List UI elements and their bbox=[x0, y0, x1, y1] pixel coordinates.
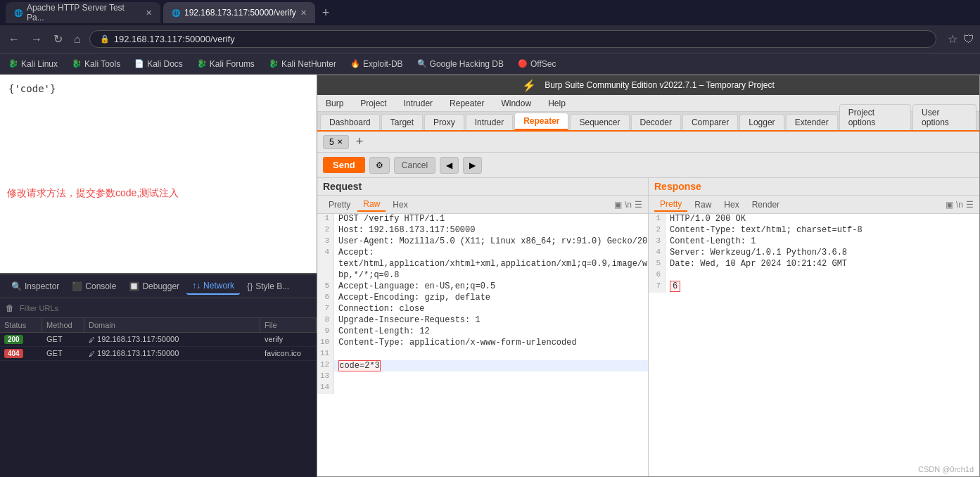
bookmark-star-icon[interactable]: ☆ bbox=[948, 32, 957, 46]
new-tab-button[interactable]: + bbox=[318, 6, 334, 20]
menu-repeater[interactable]: Repeater bbox=[447, 97, 487, 110]
kali-forums-icon: 🐉 bbox=[197, 59, 207, 68]
tab-target[interactable]: Target bbox=[381, 114, 423, 130]
request-line-14: 14 bbox=[317, 383, 648, 394]
devtools-toolbar: 🔍 Inspector ⬛ Console 🔲 Debugger ↑↓ Netw… bbox=[0, 274, 317, 298]
repeater-tab-5[interactable]: 5 ✕ bbox=[323, 135, 349, 149]
response-value-highlight: 6 bbox=[670, 281, 680, 292]
repeater-tab-5-close[interactable]: ✕ bbox=[337, 138, 343, 146]
browser-chrome: 🌐 Apache HTTP Server Test Pa... ✕ 🌐 192.… bbox=[0, 0, 980, 75]
request-menu-icon[interactable]: ☰ bbox=[635, 200, 642, 210]
devtools-tab-inspector[interactable]: 🔍 Inspector bbox=[6, 279, 65, 294]
settings-button[interactable]: ⚙ bbox=[369, 157, 390, 174]
request-wrap-icon[interactable]: ▣ bbox=[614, 200, 622, 210]
tab-sequencer[interactable]: Sequencer bbox=[570, 114, 629, 130]
debugger-label: Debugger bbox=[142, 281, 179, 291]
request-tab-raw[interactable]: Raw bbox=[357, 198, 386, 212]
kali-tools-icon: 🐉 bbox=[72, 59, 82, 68]
request-newline-icon[interactable]: \n bbox=[625, 200, 632, 210]
bookmark-google-hacking[interactable]: 🔍 Google Hacking DB bbox=[414, 58, 507, 70]
request-content[interactable]: 1 POST /verify HTTP/1.1 2 Host: 192.168.… bbox=[317, 214, 648, 476]
back-button[interactable]: ← bbox=[6, 30, 23, 49]
response-line-2: 2 Content-Type: text/html; charset=utf-8 bbox=[649, 225, 979, 236]
tab-repeater[interactable]: Repeater bbox=[514, 113, 568, 130]
bookmark-offsec[interactable]: 🔴 OffSec bbox=[515, 58, 559, 70]
bookmark-kali-forums[interactable]: 🐉 Kali Forums bbox=[194, 58, 257, 70]
row2-file: favicon.ico bbox=[260, 347, 317, 360]
next-arrow-button[interactable]: ▶ bbox=[463, 157, 482, 174]
request-tab-hex[interactable]: Hex bbox=[387, 198, 413, 211]
tab-intruder[interactable]: Intruder bbox=[466, 114, 513, 130]
response-tab-raw[interactable]: Raw bbox=[689, 198, 717, 211]
bookmark-kali-tools[interactable]: 🐉 Kali Tools bbox=[69, 58, 123, 70]
tab-proxy[interactable]: Proxy bbox=[424, 114, 464, 130]
bookmark-exploit-db[interactable]: 🔥 Exploit-DB bbox=[348, 58, 406, 70]
status-404-badge: 404 bbox=[4, 349, 23, 358]
forward-button[interactable]: → bbox=[28, 30, 45, 49]
send-button[interactable]: Send bbox=[323, 157, 365, 173]
tab-logger[interactable]: Logger bbox=[739, 114, 784, 130]
console-icon: ⬛ bbox=[72, 281, 82, 291]
browser-tab-2[interactable]: 🌐 192.168.173.117:50000/verify ✕ bbox=[163, 2, 315, 23]
refresh-button[interactable]: ↻ bbox=[51, 30, 65, 49]
response-line-7: 7 6 bbox=[649, 281, 979, 293]
google-hacking-icon: 🔍 bbox=[417, 59, 427, 68]
devtools-tab-style[interactable]: {} Style B... bbox=[241, 279, 295, 294]
bookmark-kali-docs[interactable]: 📄 Kali Docs bbox=[132, 58, 186, 70]
tab-comparer[interactable]: Comparer bbox=[682, 114, 738, 130]
tab-decoder[interactable]: Decoder bbox=[631, 114, 681, 130]
request-tab-pretty[interactable]: Pretty bbox=[323, 198, 356, 211]
code-value-highlight: code=2*3 bbox=[338, 360, 381, 371]
response-tab-pretty[interactable]: Pretty bbox=[654, 198, 687, 212]
extension-icon[interactable]: 🛡 bbox=[963, 33, 974, 46]
response-line-4: 4 Server: Werkzeug/1.0.1 Python/3.6.8 bbox=[649, 248, 979, 259]
tab-user-options[interactable]: User options bbox=[912, 104, 976, 130]
burp-main-tabs: Dashboard Target Proxy Intruder Repeater… bbox=[317, 112, 979, 132]
browser-tab-1[interactable]: 🌐 Apache HTTP Server Test Pa... ✕ bbox=[6, 2, 160, 23]
address-bar[interactable]: 🔒 192.168.173.117:50000/verify bbox=[89, 30, 936, 48]
filter-urls-input[interactable] bbox=[20, 304, 311, 312]
request-panel-tabs: Pretty Raw Hex ▣ \n ☰ bbox=[317, 196, 648, 214]
security-icon: 🔒 bbox=[100, 34, 110, 44]
tab-2-title: 192.168.173.117:50000/verify bbox=[184, 8, 296, 18]
response-wrap-icon[interactable]: ▣ bbox=[946, 200, 953, 210]
devtools-tab-console[interactable]: ⬛ Console bbox=[66, 279, 122, 294]
home-button[interactable]: ⌂ bbox=[71, 30, 84, 49]
menu-window[interactable]: Window bbox=[498, 97, 534, 110]
burp-logo-icon: ⚡ bbox=[522, 79, 536, 92]
prev-arrow-button[interactable]: ◀ bbox=[440, 157, 459, 174]
response-tab-hex[interactable]: Hex bbox=[718, 198, 744, 211]
menu-burp[interactable]: Burp bbox=[323, 97, 346, 110]
bookmark-kali-linux[interactable]: 🐉 Kali Linux bbox=[6, 58, 61, 70]
address-text: 192.168.173.117:50000/verify bbox=[114, 34, 235, 44]
col-method: Method bbox=[42, 318, 84, 332]
request-line-11: 11 bbox=[317, 349, 648, 360]
request-panel: Request Pretty Raw Hex ▣ \n ☰ 1 POST /ve… bbox=[317, 178, 649, 476]
menu-intruder[interactable]: Intruder bbox=[401, 97, 435, 110]
devtools-panel: 🔍 Inspector ⬛ Console 🔲 Debugger ↑↓ Netw… bbox=[0, 273, 317, 477]
response-newline-icon[interactable]: \n bbox=[956, 200, 963, 210]
tab-dashboard[interactable]: Dashboard bbox=[320, 114, 380, 130]
bookmark-kali-nethunter-label: Kali NetHunter bbox=[281, 59, 336, 69]
table-row[interactable]: 404 GET 🖊 192.168.173.117:50000 favicon.… bbox=[0, 347, 317, 361]
kali-nethunter-icon: 🐉 bbox=[269, 59, 279, 68]
tab-project-options[interactable]: Project options bbox=[839, 104, 911, 130]
row1-file: verify bbox=[260, 333, 317, 346]
cancel-button[interactable]: Cancel bbox=[394, 157, 435, 174]
menu-project[interactable]: Project bbox=[357, 97, 389, 110]
response-menu-icon[interactable]: ☰ bbox=[966, 200, 974, 210]
menu-help[interactable]: Help bbox=[545, 97, 568, 110]
trash-icon[interactable]: 🗑 bbox=[6, 303, 14, 313]
row2-status: 404 bbox=[0, 347, 42, 360]
tab-extender[interactable]: Extender bbox=[786, 114, 838, 130]
style-icon: {} bbox=[247, 281, 253, 291]
devtools-tab-debugger[interactable]: 🔲 Debugger bbox=[123, 279, 185, 294]
tab-1-close[interactable]: ✕ bbox=[146, 8, 152, 18]
tab-2-close[interactable]: ✕ bbox=[300, 8, 307, 18]
table-row[interactable]: 200 GET 🖊 192.168.173.117:50000 verify bbox=[0, 333, 317, 347]
devtools-tab-network[interactable]: ↑↓ Network bbox=[186, 278, 240, 295]
response-tab-render[interactable]: Render bbox=[746, 198, 785, 211]
repeater-add-tab[interactable]: + bbox=[352, 134, 368, 149]
bookmark-kali-nethunter[interactable]: 🐉 Kali NetHunter bbox=[266, 58, 339, 70]
domain-icon-2: 🖊 bbox=[89, 350, 95, 357]
